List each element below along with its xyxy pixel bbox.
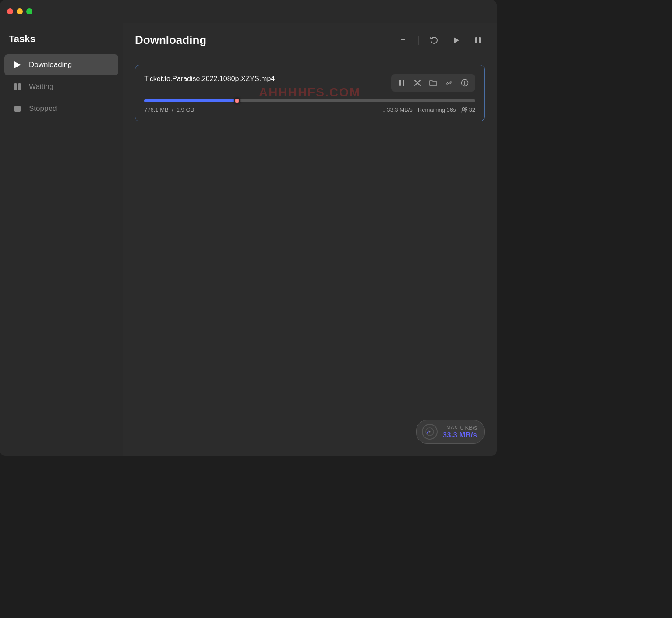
svg-rect-2 bbox=[479, 37, 481, 43]
progress-thumb bbox=[234, 98, 240, 104]
max-label: MAX bbox=[446, 425, 457, 430]
current-speed: 33.3 MB/s bbox=[443, 431, 477, 440]
sidebar-label-stopped: Stopped bbox=[29, 104, 57, 113]
remaining-time: Remaining 36s bbox=[418, 107, 456, 113]
progress-bar-fill bbox=[144, 99, 237, 102]
speed-indicator: MAX 0 KB/s 33.3 MB/s bbox=[416, 420, 485, 444]
svg-marker-0 bbox=[454, 37, 459, 43]
total-value: 1.9 GB bbox=[177, 107, 194, 113]
speed-dial-icon bbox=[422, 424, 438, 440]
svg-point-10 bbox=[462, 107, 464, 110]
download-speed: ↓ 33.3 MB/s bbox=[382, 107, 413, 113]
main-content: Downloading + bbox=[123, 23, 497, 456]
peers-icon bbox=[461, 107, 467, 113]
pause-icon bbox=[13, 82, 22, 91]
svg-rect-1 bbox=[475, 37, 477, 43]
main-title: Downloading bbox=[135, 33, 206, 47]
app-body: Tasks Downloading Waiting Stopped Downlo… bbox=[0, 23, 497, 456]
cancel-icon bbox=[414, 80, 421, 86]
download-card: Ticket.to.Paradise.2022.1080p.XZYS.mp4 bbox=[135, 65, 485, 121]
close-button[interactable] bbox=[7, 8, 13, 14]
sidebar-label-waiting: Waiting bbox=[29, 82, 53, 91]
download-card-header: Ticket.to.Paradise.2022.1080p.XZYS.mp4 bbox=[144, 74, 475, 92]
progress-area: 776.1 MB / 1.9 GB ↓ 33.3 MB/s Remaining … bbox=[144, 99, 475, 113]
copy-link-button[interactable] bbox=[442, 76, 456, 90]
header-divider bbox=[418, 36, 419, 45]
header-actions: + bbox=[396, 34, 485, 47]
minimize-button[interactable] bbox=[17, 8, 23, 14]
header-divider-line bbox=[135, 56, 485, 56]
add-button[interactable]: + bbox=[396, 34, 410, 47]
peers-value: 32 bbox=[469, 107, 475, 113]
downloaded-value: 776.1 MB bbox=[144, 107, 169, 113]
svg-point-9 bbox=[464, 81, 465, 82]
svg-point-13 bbox=[429, 431, 430, 433]
sidebar-title: Tasks bbox=[0, 30, 123, 53]
stop-icon bbox=[13, 104, 22, 113]
peers-count: 32 bbox=[461, 107, 475, 113]
svg-rect-3 bbox=[399, 80, 401, 86]
progress-stats: 776.1 MB / 1.9 GB ↓ 33.3 MB/s Remaining … bbox=[144, 107, 475, 113]
sidebar-label-downloading: Downloading bbox=[29, 60, 72, 69]
pause-download-icon bbox=[398, 79, 405, 86]
sidebar-item-waiting[interactable]: Waiting bbox=[4, 76, 118, 97]
stat-right: ↓ 33.3 MB/s Remaining 36s 32 bbox=[382, 107, 475, 113]
progress-bar-track bbox=[144, 99, 475, 102]
play-all-button[interactable] bbox=[449, 34, 463, 47]
refresh-button[interactable] bbox=[428, 34, 441, 47]
link-icon bbox=[445, 79, 453, 87]
sidebar: Tasks Downloading Waiting Stopped bbox=[0, 23, 123, 456]
play-icon bbox=[13, 60, 22, 69]
cancel-download-button[interactable] bbox=[410, 76, 424, 90]
download-filename: Ticket.to.Paradise.2022.1080p.XZYS.mp4 bbox=[144, 74, 382, 84]
pause-all-icon bbox=[474, 36, 482, 44]
refresh-icon bbox=[430, 36, 439, 45]
sidebar-item-downloading[interactable]: Downloading bbox=[4, 54, 118, 75]
pause-download-button[interactable] bbox=[395, 76, 409, 90]
maximize-button[interactable] bbox=[26, 8, 32, 14]
play-all-icon bbox=[452, 36, 460, 44]
card-actions bbox=[391, 74, 475, 92]
downloaded-size: 776.1 MB / 1.9 GB bbox=[144, 107, 194, 113]
svg-point-11 bbox=[465, 107, 467, 109]
speedometer-icon bbox=[425, 427, 435, 437]
titlebar bbox=[0, 0, 497, 23]
sidebar-item-stopped[interactable]: Stopped bbox=[4, 98, 118, 119]
max-speed: 0 KB/s bbox=[460, 424, 477, 431]
folder-icon bbox=[429, 79, 437, 86]
open-folder-button[interactable] bbox=[426, 76, 440, 90]
pause-all-button[interactable] bbox=[471, 34, 485, 47]
main-header: Downloading + bbox=[135, 33, 485, 47]
svg-rect-4 bbox=[403, 80, 404, 86]
info-icon bbox=[461, 79, 469, 87]
info-button[interactable] bbox=[458, 76, 472, 90]
speed-values: MAX 0 KB/s 33.3 MB/s bbox=[443, 424, 477, 440]
